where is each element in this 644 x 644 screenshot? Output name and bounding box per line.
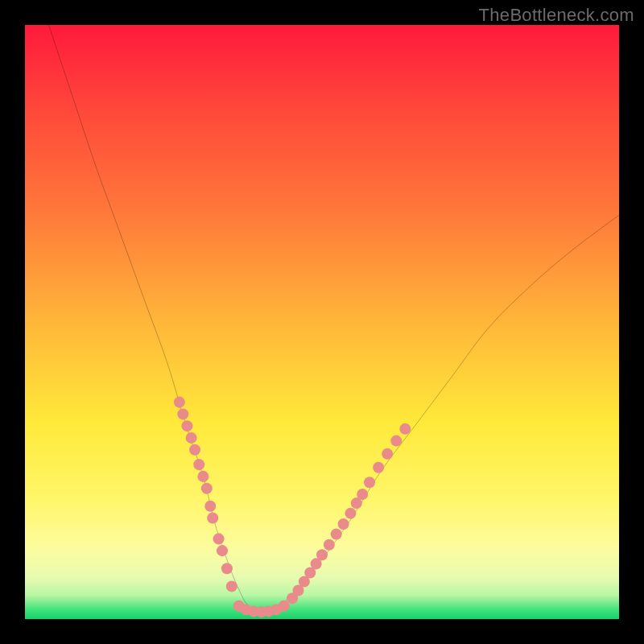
curve-svg — [25, 25, 619, 619]
highlight-dot — [364, 477, 375, 488]
highlight-dot — [399, 423, 411, 435]
chart-frame: TheBottleneck.com — [0, 0, 644, 644]
highlight-dot — [316, 549, 328, 560]
highlight-dot — [338, 518, 349, 530]
highlight-dot — [221, 563, 233, 574]
bottleneck-curve — [49, 25, 619, 609]
highlight-dot — [174, 397, 185, 408]
highlight-dot — [331, 528, 342, 539]
highlight-dot — [204, 501, 216, 512]
highlight-dot — [373, 462, 384, 473]
highlight-dot — [189, 444, 200, 456]
highlight-dot — [226, 580, 237, 592]
highlight-dot — [390, 436, 402, 447]
highlight-dot — [181, 420, 192, 431]
highlight-dot — [217, 545, 228, 556]
highlight-dot — [324, 539, 335, 551]
highlight-dot — [345, 508, 356, 519]
highlight-dot — [357, 489, 368, 500]
plot-area — [25, 25, 619, 619]
highlight-dot — [207, 513, 218, 524]
highlight-dot — [279, 601, 290, 612]
highlight-dot — [193, 459, 204, 470]
highlight-dots — [174, 397, 411, 618]
highlight-dot — [382, 448, 393, 460]
highlight-dot — [177, 408, 188, 419]
highlight-dot — [201, 483, 213, 494]
highlight-dot — [197, 471, 208, 482]
highlight-dot — [213, 533, 225, 544]
watermark-text: TheBottleneck.com — [479, 5, 634, 26]
highlight-dot — [186, 432, 197, 444]
